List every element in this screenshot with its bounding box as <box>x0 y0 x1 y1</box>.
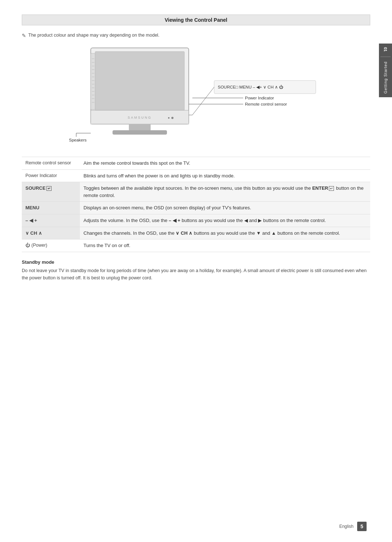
table-row: Remote control sensor Aim the remote con… <box>22 157 370 170</box>
standby-text: Do not leave your TV in standby mode for… <box>22 267 370 282</box>
svg-point-4 <box>171 117 173 119</box>
table-row-source: SOURCE↵ Toggles between all the availabl… <box>22 182 370 202</box>
page-number: 5 <box>357 522 367 531</box>
feature-label: Remote control sensor <box>22 157 80 170</box>
svg-line-24 <box>192 87 214 115</box>
page-footer: English 5 <box>339 522 367 531</box>
feature-label-power: ⏻ (Power) <box>22 239 80 252</box>
feature-label: Power Indicator <box>22 169 80 182</box>
source-label: SOURCE <box>25 185 46 191</box>
feature-desc-channel: Changes the channels. In the OSD, use th… <box>80 227 370 239</box>
standby-title: Standby mode <box>22 259 370 265</box>
chapter-title: Getting Started <box>383 61 388 94</box>
svg-rect-8 <box>91 53 95 110</box>
standby-section: Standby mode Do not leave your TV in sta… <box>22 259 370 282</box>
svg-text:Power Indicator: Power Indicator <box>245 96 274 100</box>
svg-point-5 <box>168 117 170 119</box>
feature-table: Remote control sensor Aim the remote con… <box>22 157 370 252</box>
chapter-number: 01 <box>383 47 388 52</box>
svg-text:Remote control sensor: Remote control sensor <box>245 102 287 106</box>
note-icon: ✎ <box>22 33 26 38</box>
svg-text:Speakers: Speakers <box>69 138 87 142</box>
table-row-volume: – ◀ + Adjusts the volume. In the OSD, us… <box>22 214 370 227</box>
feature-label-menu: MENU <box>22 202 80 214</box>
table-row: Power Indicator Blinks and turns off whe… <box>22 169 370 182</box>
feature-desc-source: Toggles between all the available input … <box>80 182 370 202</box>
section-title: Viewing the Control Panel <box>22 15 370 25</box>
table-row-channel: ∨ CH ∧ Changes the channels. In the OSD,… <box>22 227 370 239</box>
note-text: ✎ The product colour and shape may vary … <box>22 33 370 38</box>
svg-rect-6 <box>129 124 151 131</box>
feature-desc: Aim the remote control towards this spot… <box>80 157 370 170</box>
source-enter-icon: ↵ <box>46 186 52 191</box>
feature-label-volume: – ◀ + <box>22 214 80 227</box>
table-row-menu: MENU Displays an on-screen menu, the OSD… <box>22 202 370 214</box>
volume-label: – ◀ + <box>25 218 37 223</box>
feature-desc: Blinks and turns off when the power is o… <box>80 169 370 182</box>
feature-desc-power: Turns the TV on or off. <box>80 239 370 252</box>
tab-divider <box>380 57 391 57</box>
svg-text:SAMSUNG: SAMSUNG <box>128 116 152 119</box>
note-content: The product colour and shape may vary de… <box>28 33 159 38</box>
page-container: 01 Getting Started Viewing the Control P… <box>0 0 392 542</box>
feature-label-channel: ∨ CH ∧ <box>22 227 80 239</box>
feature-desc-menu: Displays an on-screen menu, the OSD (on … <box>80 202 370 214</box>
menu-label: MENU <box>25 205 39 210</box>
svg-rect-7 <box>113 130 167 135</box>
feature-desc-volume: Adjusts the volume. In the OSD, use the … <box>80 214 370 227</box>
tv-diagram: SAMSUNG S <box>69 44 323 149</box>
svg-rect-1 <box>95 52 184 110</box>
feature-label-source: SOURCE↵ <box>22 182 80 202</box>
channel-label: ∨ CH ∧ <box>25 230 42 236</box>
table-row-power: ⏻ (Power) Turns the TV on or off. <box>22 239 370 252</box>
chapter-tab: 01 Getting Started <box>379 44 392 97</box>
svg-text:SOURCE□ MENU  –  ◀+  ∨ CH ∧  ⏻: SOURCE□ MENU – ◀+ ∨ CH ∧ ⏻ <box>218 85 283 89</box>
footer-lang: English <box>339 524 354 529</box>
